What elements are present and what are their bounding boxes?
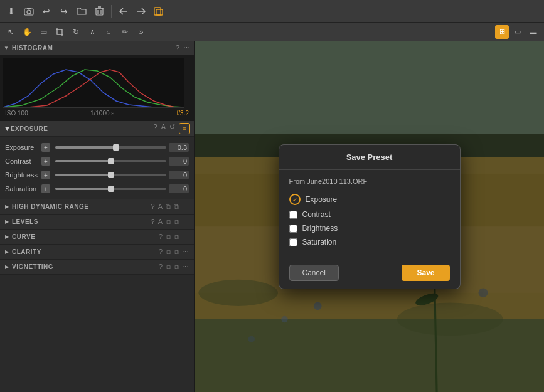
hdr-menu[interactable]: ⋯ (182, 203, 189, 211)
hdr-section-row[interactable]: ▶ HIGH DYNAMIC RANGE ? A ⧉ ⧉ ⋯ (0, 199, 194, 215)
clarity-copy[interactable]: ⧉ (166, 248, 171, 256)
left-panel: ▼ HISTOGRAM ? ⋯ ISO 100 1/1000 s (0, 41, 195, 392)
modal-footer: Cancel Save (279, 257, 460, 289)
brightness-value: 0 (169, 171, 189, 179)
circle-mode-icon[interactable]: ○ (102, 25, 115, 39)
pan-mode-icon[interactable]: ✋ (20, 25, 34, 39)
exposure-header[interactable]: ▼ EXPOSURE ? A ↺ ≡ (0, 121, 194, 137)
back-icon[interactable] (116, 4, 131, 19)
view-modes: ⊞ ▭ ▬ (495, 25, 540, 39)
exposure-track[interactable] (55, 146, 166, 149)
crop-mode-icon[interactable] (53, 25, 67, 39)
copy-icon[interactable] (151, 4, 166, 19)
brightness-plus-btn[interactable]: + (41, 171, 50, 179)
curve-title: CURVE (12, 233, 159, 240)
curve-menu[interactable]: ⋯ (182, 233, 189, 241)
levels-section-row[interactable]: ▶ LEVELS ? A ⧉ ⧉ ⋯ (0, 215, 194, 230)
path-mode-icon[interactable]: ∧ (85, 25, 99, 39)
exposure-help[interactable]: ? (154, 123, 157, 134)
levels-title: LEVELS (12, 218, 151, 225)
vignetting-icons: ? ⧉ ⧉ ⋯ (159, 263, 189, 271)
modal-title: Save Preset (279, 145, 460, 170)
contrast-track[interactable] (55, 160, 166, 162)
brightness-track[interactable] (55, 174, 166, 176)
exposure-controls: Exposure + 0.3 Contrast + 0 Br (0, 137, 194, 199)
hdr-copy[interactable]: ⧉ (166, 203, 171, 211)
rect-mode-icon[interactable]: ▭ (36, 25, 50, 39)
brightness-checkbox-row: Brightness (289, 221, 450, 235)
levels-help[interactable]: ? (151, 218, 155, 226)
separator-1 (111, 5, 112, 18)
undo-icon[interactable]: ↩ (39, 4, 54, 19)
vignetting-triangle: ▶ (5, 264, 9, 270)
hdr-paste[interactable]: ⧉ (174, 203, 179, 211)
single-view-btn[interactable]: ▭ (511, 25, 525, 39)
contrast-checkbox-label[interactable]: Contrast (302, 210, 331, 219)
brightness-checkbox-label[interactable]: Brightness (302, 224, 338, 233)
modal-body: From June2010 113.ORF ✓ Exposure Contras… (279, 170, 460, 257)
folder-icon[interactable] (74, 4, 89, 19)
histogram-info: ISO 100 1/1000 s f/3.2 (3, 108, 191, 119)
hdr-title: HIGH DYNAMIC RANGE (12, 203, 151, 210)
curve-paste[interactable]: ⧉ (174, 233, 179, 241)
pen-mode-icon[interactable]: ✏ (118, 25, 132, 39)
forward-icon[interactable] (134, 4, 149, 19)
exposure-title: EXPOSURE (11, 125, 154, 132)
clarity-menu[interactable]: ⋯ (182, 248, 189, 256)
redo-icon[interactable]: ↪ (56, 4, 72, 19)
save-button[interactable]: Save (402, 265, 449, 281)
download-icon[interactable]: ⬇ (4, 4, 19, 19)
curve-section-row[interactable]: ▶ CURVE ? ⧉ ⧉ ⋯ (0, 230, 194, 245)
contrast-checkbox[interactable] (289, 211, 297, 219)
exposure-menu-icon[interactable]: ≡ (179, 123, 190, 134)
select-mode-icon[interactable]: ↖ (4, 25, 18, 39)
more-mode-icon[interactable]: » (134, 25, 148, 39)
cancel-button[interactable]: Cancel (289, 265, 339, 281)
vignetting-paste[interactable]: ⧉ (174, 263, 179, 271)
trash-icon[interactable] (92, 4, 107, 19)
exposure-auto[interactable]: A (161, 123, 166, 134)
histogram-menu[interactable]: ⋯ (183, 44, 190, 52)
brightness-checkbox[interactable] (289, 225, 297, 233)
clarity-title: CLARITY (12, 248, 159, 255)
contrast-value: 0 (169, 157, 189, 166)
vignetting-menu[interactable]: ⋯ (182, 263, 189, 271)
camera-icon[interactable] (21, 4, 36, 19)
histogram-header[interactable]: ▼ HISTOGRAM ? ⋯ (0, 41, 194, 55)
shutter-value: 1/1000 s (90, 110, 114, 117)
vignetting-title: VIGNETTING (12, 263, 159, 270)
exposure-triangle: ▼ (4, 125, 11, 132)
levels-copy[interactable]: ⧉ (166, 218, 171, 226)
contrast-plus-btn[interactable]: + (41, 157, 50, 166)
levels-auto[interactable]: A (158, 218, 163, 226)
exposure-checkbox-label[interactable]: Exposure (306, 195, 338, 204)
curve-copy[interactable]: ⧉ (166, 233, 171, 241)
hdr-help[interactable]: ? (151, 203, 155, 211)
histogram-help[interactable]: ? (176, 44, 179, 52)
vignetting-section-row[interactable]: ▶ VIGNETTING ? ⧉ ⧉ ⋯ (0, 260, 194, 275)
clarity-triangle: ▶ (5, 249, 9, 255)
exposure-plus-btn[interactable]: + (41, 143, 50, 152)
rotate-mode-icon[interactable]: ↻ (69, 25, 83, 39)
exposure-reset[interactable]: ↺ (169, 123, 175, 134)
curve-help[interactable]: ? (159, 233, 163, 241)
saturation-plus-btn[interactable]: + (41, 184, 50, 193)
clarity-section-row[interactable]: ▶ CLARITY ? ⧉ ⧉ ⋯ (0, 245, 194, 260)
compare-view-btn[interactable]: ▬ (526, 25, 540, 39)
vignetting-help[interactable]: ? (159, 263, 163, 271)
hdr-icons: ? A ⧉ ⧉ ⋯ (151, 203, 189, 211)
clarity-paste[interactable]: ⧉ (174, 248, 179, 256)
saturation-checkbox-label[interactable]: Saturation (302, 238, 337, 246)
brightness-label: Brightness (5, 171, 41, 179)
exposure-check-circle[interactable]: ✓ (289, 194, 301, 205)
saturation-checkbox[interactable] (289, 238, 297, 246)
grid-view-btn[interactable]: ⊞ (495, 25, 509, 39)
hdr-triangle: ▶ (5, 204, 9, 209)
hdr-auto[interactable]: A (158, 203, 163, 211)
clarity-help[interactable]: ? (159, 248, 163, 256)
saturation-track[interactable] (55, 188, 166, 190)
histogram-triangle: ▼ (4, 45, 9, 51)
levels-menu[interactable]: ⋯ (182, 218, 189, 226)
levels-paste[interactable]: ⧉ (174, 218, 179, 226)
vignetting-copy[interactable]: ⧉ (166, 263, 171, 271)
